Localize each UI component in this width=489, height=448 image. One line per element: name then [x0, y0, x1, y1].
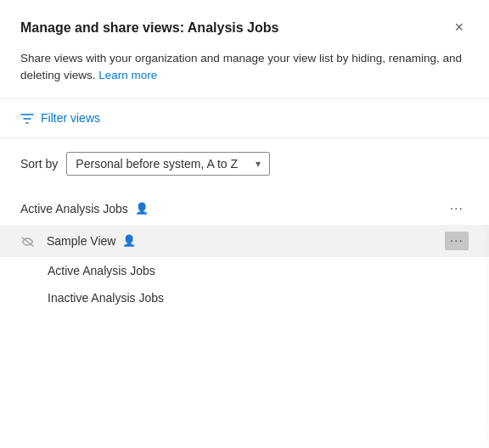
view-name-3: Active Analysis Jobs: [48, 264, 155, 277]
sort-label: Sort by: [20, 157, 58, 171]
divider-1: [0, 98, 489, 99]
view-item-1: Active Analysis Jobs 👤 ···: [20, 193, 469, 225]
view-name-2: Sample View: [47, 234, 115, 248]
more-button-1[interactable]: ···: [445, 199, 469, 218]
view-item-label-2: Sample View 👤: [20, 233, 445, 248]
view-item-label-1: Active Analysis Jobs 👤: [20, 202, 445, 216]
sort-dropdown[interactable]: Personal before system, A to Z ▾: [66, 152, 270, 176]
close-button[interactable]: ×: [449, 17, 469, 38]
learn-more-link[interactable]: Learn more: [98, 69, 157, 81]
filter-views-button[interactable]: Filter views: [20, 111, 469, 126]
view-name-1: Active Analysis Jobs: [20, 202, 128, 216]
view-item-3: Active Analysis Jobs: [20, 257, 469, 284]
view-item-4: Inactive Analysis Jobs: [20, 284, 469, 311]
chevron-down-icon: ▾: [256, 158, 261, 170]
dialog-title: Manage and share views: Analysis Jobs: [20, 20, 278, 36]
dialog-header: Manage and share views: Analysis Jobs ×: [20, 17, 469, 38]
sort-row: Sort by Personal before system, A to Z ▾: [20, 152, 469, 176]
user-icon-2: 👤: [122, 234, 136, 247]
view-item-label-4: Inactive Analysis Jobs: [48, 291, 469, 305]
sort-selected-value: Personal before system, A to Z: [76, 157, 238, 171]
view-item-2: Sample View 👤 ··· Hide: [0, 225, 489, 257]
view-item-label-3: Active Analysis Jobs: [48, 264, 469, 277]
hidden-icon: [20, 233, 35, 248]
view-list: Active Analysis Jobs 👤 ··· Sample View 👤…: [20, 193, 469, 311]
view-name-4: Inactive Analysis Jobs: [48, 291, 164, 305]
filter-views-label: Filter views: [41, 111, 100, 125]
dialog: Manage and share views: Analysis Jobs × …: [0, 0, 489, 448]
divider-2: [0, 137, 489, 138]
more-button-2[interactable]: ···: [445, 232, 469, 250]
description-body: Share views with your organization and m…: [20, 52, 462, 81]
filter-icon: [20, 111, 34, 126]
description-text: Share views with your organization and m…: [20, 50, 469, 85]
user-icon-1: 👤: [135, 202, 149, 215]
